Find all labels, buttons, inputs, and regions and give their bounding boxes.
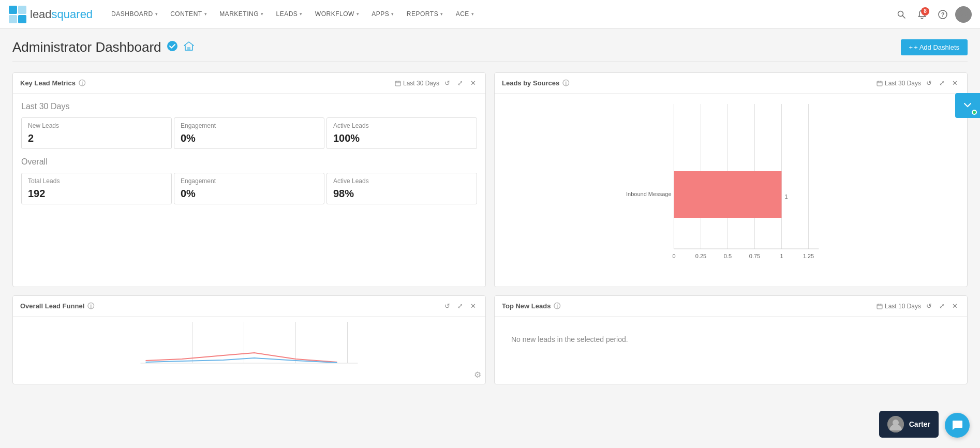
close-button-klm[interactable]: ✕ (468, 78, 478, 88)
widget-header-klm: Key Lead Metrics ⓘ Last 30 Days ↺ ⤢ ✕ (13, 73, 485, 94)
widget-title-label: Key Lead Metrics (20, 79, 76, 87)
widget-title-tnl-label: Top New Leads (502, 302, 551, 310)
klm-active-leads-overall-value: 98% (333, 188, 470, 200)
nav-workflow[interactable]: WORKFLOW ▾ (309, 0, 366, 29)
close-button-tnl[interactable]: ✕ (950, 301, 960, 311)
leads-by-sources-widget: Leads by Sources ⓘ Last 30 Days ↺ ⤢ ✕ (494, 72, 968, 287)
chevron-down-icon: ▾ (300, 11, 303, 17)
logo-squared: squared (52, 8, 93, 21)
verified-icon (167, 40, 178, 54)
klm-engagement-overall-value: 0% (181, 188, 318, 200)
widget-controls-lbs: Last 30 Days ↺ ⤢ ✕ (877, 78, 960, 88)
no-data-message: No new leads in the selected period. (503, 325, 959, 354)
klm-30days-label: Last 30 Days (21, 102, 477, 111)
right-panel (955, 93, 980, 119)
chart-bar-value: 1 (785, 193, 788, 200)
expand-button-lbs[interactable]: ⤢ (937, 78, 947, 88)
expand-button-tnl[interactable]: ⤢ (937, 301, 947, 311)
klm-active-leads-overall: Active Leads 98% (326, 173, 477, 204)
close-button-lbs[interactable]: ✕ (950, 78, 960, 88)
info-icon-tnl[interactable]: ⓘ (554, 302, 560, 311)
notification-badge: 8 (921, 7, 929, 16)
klm-engagement-30: Engagement 0% (174, 117, 324, 149)
svg-text:1.25: 1.25 (803, 253, 814, 259)
leads-by-sources-chart: Inbound Message 1 0 0.25 0.5 0.75 1 1.25 (500, 99, 962, 275)
gear-icon[interactable]: ⚙ (474, 370, 481, 380)
date-range-tnl[interactable]: Last 10 Days (877, 303, 921, 310)
chevron-down-icon: ▾ (261, 11, 264, 17)
plus-icon: + (909, 43, 913, 51)
date-range-klm[interactable]: Last 30 Days (395, 80, 439, 87)
date-range-lbs[interactable]: Last 30 Days (877, 80, 921, 87)
chevron-down-icon: ▾ (471, 11, 474, 17)
svg-rect-0 (9, 6, 17, 14)
nav-items: DASHBOARD ▾ CONTENT ▾ MARKETING ▾ LEADS … (105, 0, 893, 29)
nav-marketing[interactable]: MARKETING ▾ (213, 0, 270, 29)
widget-body-olf: ⚙ (13, 317, 485, 384)
info-icon[interactable]: ⓘ (79, 79, 85, 88)
svg-text:0: 0 (672, 253, 675, 259)
svg-rect-1 (18, 6, 26, 14)
home-icon[interactable] (183, 40, 195, 54)
widget-body-klm: Last 30 Days New Leads 2 Engagement 0% A… (13, 94, 485, 221)
nav-dashboard[interactable]: DASHBOARD ▾ (105, 0, 164, 29)
chevron-down-icon: ▾ (155, 11, 158, 17)
klm-new-leads-value: 2 (28, 132, 165, 144)
svg-rect-40 (877, 304, 882, 309)
right-panel-chat[interactable] (955, 93, 980, 118)
expand-button-klm[interactable]: ⤢ (455, 78, 465, 88)
refresh-button-klm[interactable]: ↺ (442, 78, 452, 88)
overall-lead-funnel-widget: Overall Lead Funnel ⓘ ↺ ⤢ ✕ ⚙ (12, 295, 486, 384)
svg-line-5 (902, 16, 905, 18)
klm-total-leads-value: 192 (28, 188, 165, 200)
nav-content[interactable]: CONTENT ▾ (164, 0, 213, 29)
user-avatar[interactable] (955, 6, 972, 23)
klm-active-leads-30: Active Leads 100% (326, 117, 477, 149)
widget-title-olf: Overall Lead Funnel ⓘ (20, 302, 94, 311)
svg-rect-12 (187, 47, 190, 50)
nav-leads[interactable]: LEADS ▾ (270, 0, 308, 29)
klm-active-leads-30-label: Active Leads (333, 122, 470, 129)
svg-rect-13 (395, 81, 400, 86)
page-title: Administrator Dashboard (12, 39, 161, 55)
help-button[interactable]: ? (934, 6, 951, 23)
add-dashlets-button[interactable]: + + Add Dashlets (901, 39, 968, 55)
klm-engagement-overall: Engagement 0% (174, 173, 324, 204)
navbar: leadsquared DASHBOARD ▾ CONTENT ▾ MARKET… (0, 0, 980, 29)
nav-reports[interactable]: REPORTS ▾ (400, 0, 450, 29)
klm-overall-row: Total Leads 192 Engagement 0% Active Lea… (21, 173, 477, 204)
widget-controls-tnl: Last 10 Days ↺ ⤢ ✕ (877, 301, 960, 311)
page-title-row: Administrator Dashboard (12, 39, 195, 55)
widget-title-klm: Key Lead Metrics ⓘ (20, 79, 85, 88)
info-icon-lbs[interactable]: ⓘ (562, 79, 569, 88)
funnel-mini-chart (18, 322, 480, 374)
chart-y-label: Inbound Message (626, 191, 671, 197)
nav-right: 8 ? (893, 6, 972, 23)
info-icon-olf[interactable]: ⓘ (87, 302, 94, 311)
widget-title-olf-label: Overall Lead Funnel (20, 302, 84, 310)
bar-inbound-message (674, 171, 782, 218)
chevron-down-icon: ▾ (440, 11, 443, 17)
refresh-button-lbs[interactable]: ↺ (924, 78, 934, 88)
widget-header-lbs: Leads by Sources ⓘ Last 30 Days ↺ ⤢ ✕ (495, 73, 967, 94)
widget-body-lbs: Inbound Message 1 0 0.25 0.5 0.75 1 1.25 (495, 94, 967, 287)
widget-header-olf: Overall Lead Funnel ⓘ ↺ ⤢ ✕ (13, 296, 485, 317)
klm-engagement-overall-label: Engagement (181, 177, 318, 185)
logo[interactable]: leadsquared (8, 5, 93, 24)
search-button[interactable] (893, 6, 910, 23)
close-button-olf[interactable]: ✕ (468, 301, 478, 311)
svg-text:0.25: 0.25 (695, 253, 706, 259)
nav-apps[interactable]: APPS ▾ (365, 0, 400, 29)
refresh-button-olf[interactable]: ↺ (442, 301, 452, 311)
klm-total-leads: Total Leads 192 (21, 173, 172, 204)
refresh-button-tnl[interactable]: ↺ (924, 301, 934, 311)
klm-new-leads-label: New Leads (28, 122, 165, 129)
expand-button-olf[interactable]: ⤢ (455, 301, 465, 311)
nav-ace[interactable]: ACE ▾ (450, 0, 481, 29)
svg-rect-3 (18, 15, 26, 23)
widget-title-lbs-label: Leads by Sources (502, 79, 559, 87)
notifications-button[interactable]: 8 (914, 6, 930, 23)
klm-engagement-30-label: Engagement (181, 122, 318, 129)
svg-text:1: 1 (780, 253, 783, 259)
widget-controls-olf: ↺ ⤢ ✕ (442, 301, 478, 311)
